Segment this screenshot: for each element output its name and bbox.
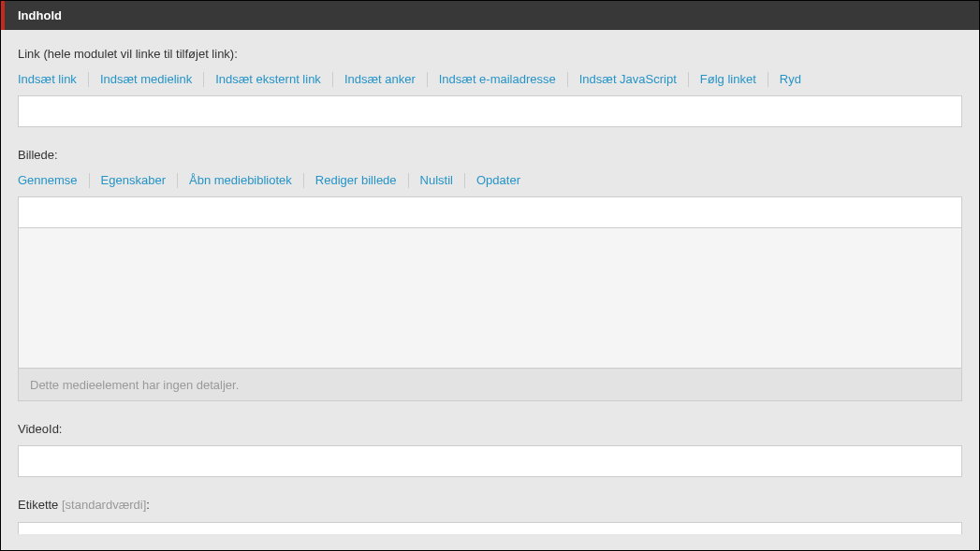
etikette-section: Etikette [standardværdi]: [18, 498, 962, 535]
separator [89, 173, 90, 188]
separator [88, 72, 89, 87]
browse-button[interactable]: Gennemse [18, 171, 78, 189]
insert-email-button[interactable]: Indsæt e-mailadresse [439, 70, 556, 88]
clear-link-button[interactable]: Ryd [780, 70, 801, 88]
separator [768, 72, 768, 87]
image-preview-area [18, 228, 962, 369]
insert-external-link-button[interactable]: Indsæt eksternt link [215, 70, 321, 88]
separator [332, 72, 333, 87]
image-toolbar: Gennemse Egenskaber Åbn mediebibliotek R… [18, 171, 962, 189]
etikette-input[interactable] [18, 522, 962, 534]
follow-link-button[interactable]: Følg linket [700, 70, 756, 88]
image-details-bar: Dette medieelement har ingen detaljer. [18, 369, 962, 401]
separator [427, 72, 428, 87]
insert-link-button[interactable]: Indsæt link [18, 70, 77, 88]
separator [303, 173, 304, 188]
link-label: Link (hele modulet vil linke til tilføje… [18, 47, 962, 61]
link-input[interactable] [18, 95, 962, 127]
video-section: VideoId: [18, 422, 962, 477]
insert-javascript-button[interactable]: Indsæt JavaScript [579, 70, 677, 88]
etikette-hint: [standardværdi] [62, 498, 146, 512]
etikette-colon: : [146, 498, 150, 512]
separator [688, 72, 689, 87]
open-media-library-button[interactable]: Åbn mediebibliotek [189, 171, 292, 189]
separator [464, 173, 465, 188]
etikette-label-text: Etikette [18, 498, 62, 512]
separator [567, 72, 568, 87]
insert-medialink-button[interactable]: Indsæt medielink [100, 70, 192, 88]
panel-container: Indhold Link (hele modulet vil linke til… [0, 0, 980, 551]
image-path-input[interactable] [18, 196, 962, 228]
panel-header: Indhold [1, 1, 979, 30]
panel-content: Link (hele modulet vil linke til tilføje… [1, 30, 979, 535]
panel-title: Indhold [18, 8, 62, 22]
update-image-button[interactable]: Opdater [476, 171, 520, 189]
separator [408, 173, 409, 188]
edit-image-button[interactable]: Rediger billede [315, 171, 397, 189]
image-details-text: Dette medieelement har ingen detaljer. [30, 378, 239, 392]
properties-button[interactable]: Egenskaber [101, 171, 166, 189]
insert-anchor-button[interactable]: Indsæt anker [344, 70, 416, 88]
video-id-input[interactable] [18, 445, 962, 477]
video-label: VideoId: [18, 422, 962, 436]
image-section: Billede: Gennemse Egenskaber Åbn mediebi… [18, 148, 962, 401]
etikette-label: Etikette [standardværdi]: [18, 498, 962, 512]
link-toolbar: Indsæt link Indsæt medielink Indsæt ekst… [18, 70, 962, 88]
separator [203, 72, 204, 87]
separator [177, 173, 178, 188]
reset-image-button[interactable]: Nulstil [420, 171, 453, 189]
link-section: Link (hele modulet vil linke til tilføje… [18, 47, 962, 127]
image-label: Billede: [18, 148, 962, 162]
